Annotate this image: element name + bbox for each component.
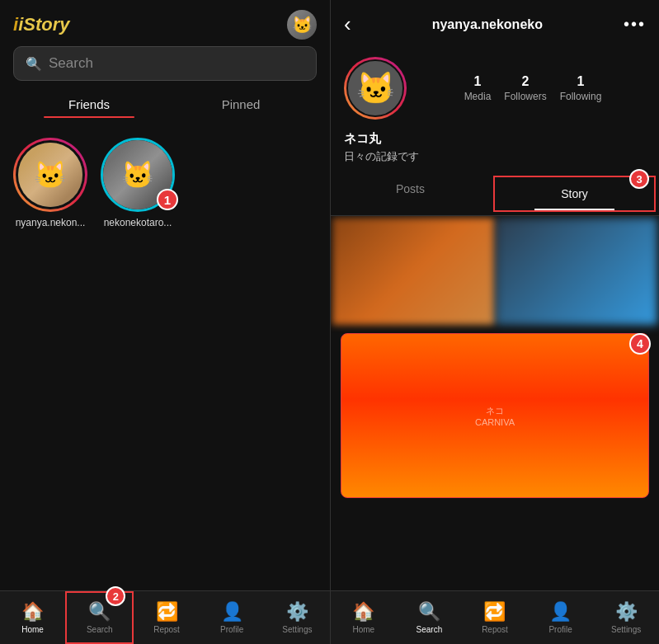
left-nav-profile[interactable]: 👤 Profile bbox=[200, 591, 265, 644]
profile-icon: 👤 bbox=[221, 601, 243, 623]
left-nav-repost[interactable]: 🔁 Repost bbox=[134, 591, 199, 644]
right-header: ‹ nyanya.nekoneko ••• bbox=[331, 0, 659, 49]
stat-followers: 2 Followers bbox=[504, 74, 546, 102]
back-button[interactable]: ‹ bbox=[344, 12, 351, 37]
badge-1: 1 bbox=[157, 189, 178, 210]
left-nav-settings[interactable]: ⚙️ Settings bbox=[265, 591, 330, 644]
badge-4: 4 bbox=[629, 333, 651, 355]
right-panel: ‹ nyanya.nekoneko ••• 🐱 1 Media 2 Follow… bbox=[330, 0, 659, 644]
right-profile-icon: 👤 bbox=[549, 601, 572, 623]
right-bottom-nav: 🏠 Home 🔍 Search 🔁 Repost 👤 Profile ⚙️ Se… bbox=[331, 590, 659, 644]
bio-text: 日々の記録です bbox=[344, 149, 646, 164]
bio-name: ネコ丸 bbox=[344, 131, 646, 147]
search-bar[interactable]: 🔍 Search bbox=[13, 46, 317, 81]
cat1-avatar: 🐱 bbox=[18, 143, 82, 207]
friend-name-1: nyanya.nekon... bbox=[16, 217, 86, 228]
profile-username: nyanya.nekoneko bbox=[432, 17, 543, 32]
stat-following-number: 1 bbox=[577, 74, 585, 89]
profile-bio: ネコ丸 日々の記録です bbox=[331, 128, 659, 172]
friend-avatar-inner-1: 🐱 bbox=[16, 140, 85, 209]
story-text-overlay: ネコ CARNIVA bbox=[475, 405, 515, 427]
content-area: ネコ CARNIVA 4 bbox=[331, 216, 659, 644]
stat-media-label: Media bbox=[464, 91, 492, 102]
right-search-icon: 🔍 bbox=[418, 601, 440, 623]
post-thumb-2 bbox=[496, 218, 657, 325]
friend-item-2[interactable]: 🐱 nekonekotaro... 1 bbox=[101, 138, 175, 228]
repost-icon: 🔁 bbox=[156, 601, 178, 623]
right-tabs: Posts Story 3 bbox=[331, 172, 659, 216]
stat-media: 1 Media bbox=[464, 74, 492, 102]
right-repost-icon: 🔁 bbox=[483, 601, 506, 623]
search-nav-icon: 🔍 bbox=[88, 601, 111, 623]
posts-grid bbox=[331, 216, 659, 327]
app-logo: iiStory bbox=[13, 14, 69, 35]
left-nav-home[interactable]: 🏠 Home bbox=[0, 591, 65, 644]
nav-badge-2: 2 bbox=[106, 586, 125, 606]
right-nav-home[interactable]: 🏠 Home bbox=[331, 591, 397, 644]
home-icon: 🏠 bbox=[21, 601, 44, 623]
profile-avatar-inner: 🐱 bbox=[346, 59, 404, 117]
story-section-wrap: ネコ CARNIVA 4 bbox=[331, 333, 659, 498]
settings-icon: ⚙️ bbox=[286, 601, 308, 623]
right-settings-icon: ⚙️ bbox=[615, 601, 638, 623]
search-placeholder-text: Search bbox=[49, 55, 93, 72]
left-bottom-nav: 🏠 Home 🔍 Search 2 🔁 Repost 👤 Profile ⚙️ … bbox=[0, 590, 330, 644]
badge-3: 3 bbox=[629, 169, 649, 189]
stats-row: 1 Media 2 Followers 1 Following bbox=[420, 74, 646, 102]
stat-followers-number: 2 bbox=[522, 74, 530, 89]
tab-friends[interactable]: Friends bbox=[13, 91, 165, 118]
header-avatar[interactable]: 🐱 bbox=[287, 10, 317, 40]
left-tabs: Friends Pinned bbox=[0, 91, 330, 118]
stat-following-label: Following bbox=[560, 91, 602, 102]
right-home-icon: 🏠 bbox=[352, 601, 374, 623]
tab-pinned[interactable]: Pinned bbox=[165, 91, 317, 118]
stat-following: 1 Following bbox=[560, 74, 602, 102]
profile-info-row: 🐱 1 Media 2 Followers 1 Following bbox=[331, 49, 659, 128]
story-card[interactable]: ネコ CARNIVA bbox=[341, 333, 649, 498]
right-nav-settings[interactable]: ⚙️ Settings bbox=[593, 591, 659, 644]
stat-media-number: 1 bbox=[474, 74, 482, 89]
friend-item-1[interactable]: 🐱 nyanya.nekon... bbox=[13, 138, 87, 228]
left-header: iiStory 🐱 bbox=[0, 0, 330, 46]
stat-followers-label: Followers bbox=[504, 91, 546, 102]
right-nav-repost[interactable]: 🔁 Repost bbox=[462, 591, 528, 644]
left-nav-search[interactable]: 🔍 Search 2 bbox=[65, 591, 134, 644]
story-card-inner: ネコ CARNIVA bbox=[341, 334, 648, 497]
friend-name-2: nekonekotaro... bbox=[104, 217, 172, 228]
friends-grid: 🐱 nyanya.nekon... 🐱 nekonekotaro... 1 bbox=[0, 131, 330, 235]
left-panel: iiStory 🐱 🔍 Search Friends Pinned 🐱 nyan… bbox=[0, 0, 330, 644]
profile-avatar-wrap: 🐱 bbox=[344, 57, 407, 120]
right-nav-search[interactable]: 🔍 Search bbox=[397, 591, 463, 644]
tab-posts[interactable]: Posts bbox=[331, 172, 490, 215]
search-icon: 🔍 bbox=[26, 56, 42, 72]
right-nav-profile[interactable]: 👤 Profile bbox=[528, 591, 594, 644]
tab-story[interactable]: Story 3 bbox=[493, 176, 656, 212]
post-thumb-1 bbox=[332, 218, 494, 325]
more-button[interactable]: ••• bbox=[624, 15, 646, 34]
friend-avatar-wrap-1: 🐱 bbox=[13, 138, 87, 212]
